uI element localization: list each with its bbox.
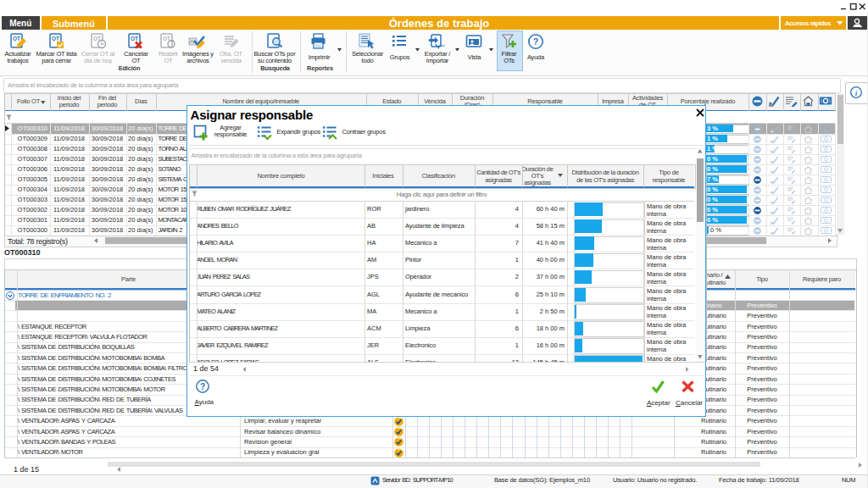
svg-text:?: ?: [533, 36, 538, 47]
svg-text:OT: OT: [52, 36, 59, 42]
svg-text:i: i: [855, 89, 858, 97]
svg-text:OT: OT: [13, 36, 20, 42]
svg-text:?: ?: [199, 382, 204, 391]
svg-text:OT: OT: [131, 36, 138, 42]
